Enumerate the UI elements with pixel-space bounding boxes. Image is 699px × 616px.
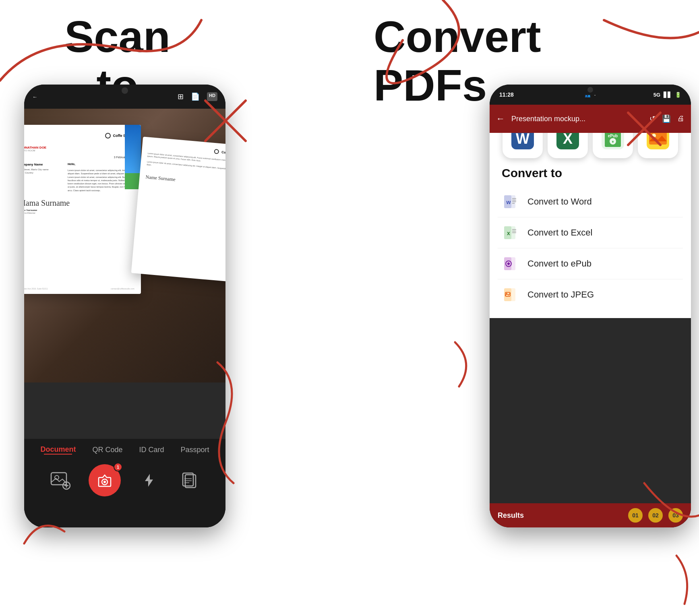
phone-notch-left — [101, 85, 149, 97]
doc-header: To JOHNATHAN DOE PHOTO ROOM — [24, 143, 134, 152]
document-overlay-2: Coffe Studio Lorem ipsum dolor sit amet,… — [131, 136, 225, 282]
convert-jpeg-label: Convert to JPEG — [527, 289, 594, 300]
svg-text:ePub: ePub — [608, 134, 618, 138]
svg-text:w: w — [506, 199, 511, 205]
phone-left: ← ⊞ 📄 HD Coffe Studio — [24, 85, 225, 527]
hd-icon[interactable]: HD — [207, 92, 217, 101]
app-header: ← Presentation mockup... ↺ 💾 🖨 — [490, 105, 691, 133]
convert-excel-item[interactable]: x Convert to Excel — [498, 217, 683, 248]
convert-panel: W X — [490, 133, 691, 318]
doc-preview-area: " The Un... empha... and en... are the..… — [490, 133, 691, 318]
jpg-app-icon[interactable] — [638, 133, 678, 158]
document-overlay-1: Coffe Studio To JOHNATHAN DOE PHOTO ROOM… — [24, 125, 141, 294]
convert-title: Convert to — [498, 166, 683, 180]
toolbar-tabs: Document QR Code ID Card Passport — [24, 439, 225, 458]
phone-notch-right — [570, 85, 610, 95]
svg-point-6 — [103, 481, 106, 483]
result-03: 03 — [668, 508, 683, 523]
title-convert: Convert — [374, 12, 541, 61]
result-01: 01 — [628, 508, 643, 523]
signal-bars-icon: ▋▋ — [664, 92, 672, 98]
camera-preview: Coffe Studio To JOHNATHAN DOE PHOTO ROOM… — [24, 109, 225, 382]
toolbar-actions: 1 — [24, 458, 225, 503]
convert-excel-icon: x — [502, 224, 519, 242]
convert-jpeg-icon — [502, 286, 519, 304]
svg-text:♦: ♦ — [612, 139, 614, 144]
grid-icon[interactable]: ⊞ — [178, 92, 184, 101]
results-label: Results — [498, 511, 620, 520]
epub-app-icon[interactable]: ePub ♦ — [593, 133, 633, 158]
convert-jpeg-item[interactable]: Convert to JPEG — [498, 279, 683, 310]
status-right: 5G ▋▋ 🔋 — [654, 92, 681, 98]
svg-text:x: x — [507, 230, 510, 236]
doc2-sig: Name Surname — [145, 174, 225, 188]
back-btn-left[interactable]: ← — [32, 94, 37, 100]
tab-idcard[interactable]: ID Card — [139, 446, 164, 454]
word-app-icon[interactable]: W — [503, 133, 543, 158]
doc-logo: Coffe Studio — [24, 133, 134, 138]
right-panel: Convert PDFs 11:28 👥 • 5G ▋▋ — [350, 0, 699, 616]
battery-icon: 🔋 — [675, 92, 681, 98]
add-image-button[interactable] — [48, 468, 72, 492]
excel-app-icon[interactable]: X — [548, 133, 588, 158]
results-bar: Results 01 02 03 — [490, 503, 691, 527]
doc-footer: 123 Fake Ave 2019, Suite 51011 contact@c… — [24, 287, 134, 290]
camera-badge: 1 — [114, 463, 122, 471]
svg-text:X: X — [563, 133, 573, 147]
tab-passport[interactable]: Passport — [180, 446, 209, 454]
convert-word-icon: w — [502, 193, 519, 211]
status-time: 11:28 — [499, 91, 514, 98]
doc-icon[interactable]: 📄 — [191, 92, 200, 101]
tab-qrcode[interactable]: QR Code — [92, 446, 122, 454]
svg-text:W: W — [516, 133, 529, 147]
title-scan: Scan — [64, 12, 170, 61]
doc-body: Company Name 123 Street, Marlo City name… — [24, 163, 134, 192]
save-icon[interactable]: 💾 — [662, 114, 671, 123]
print-icon[interactable]: 🖨 — [677, 114, 685, 123]
blue-corner — [125, 125, 141, 173]
phone-toolbar: Document QR Code ID Card Passport — [24, 439, 225, 527]
header-icons: ↺ 💾 🖨 — [649, 114, 685, 123]
tab-document[interactable]: Document — [40, 445, 76, 455]
header-title: Presentation mockup... — [511, 115, 643, 123]
doc2-body: Lorem ipsum dolor sit amet, consectetur … — [147, 152, 225, 174]
docs-button[interactable] — [177, 468, 201, 492]
convert-epub-item[interactable]: Convert to ePub — [498, 248, 683, 279]
convert-excel-label: Convert to Excel — [527, 227, 592, 238]
flash-button[interactable] — [137, 468, 161, 492]
convert-epub-label: Convert to ePub — [527, 258, 591, 269]
results-numbers: 01 02 03 — [628, 508, 683, 523]
left-panel: Scan to PDF ← ⊞ 📄 HD — [0, 0, 350, 616]
doc-signature: Mama Surname Name Surname Creative Direc… — [24, 198, 134, 214]
convert-epub-icon — [502, 255, 519, 273]
convert-word-item[interactable]: w Convert to Word — [498, 186, 683, 217]
phone-right: 11:28 👥 • 5G ▋▋ 🔋 ← Presentation mockup.… — [490, 85, 691, 527]
status-5g: 5G — [654, 92, 660, 98]
convert-word-label: Convert to Word — [527, 196, 592, 207]
back-button[interactable]: ← — [496, 114, 505, 124]
topbar-icons: ⊞ 📄 HD — [178, 92, 217, 101]
result-02: 02 — [648, 508, 663, 523]
icon-row: W X — [498, 133, 683, 158]
undo-icon[interactable]: ↺ — [649, 114, 656, 123]
camera-button[interactable]: 1 — [89, 464, 121, 496]
